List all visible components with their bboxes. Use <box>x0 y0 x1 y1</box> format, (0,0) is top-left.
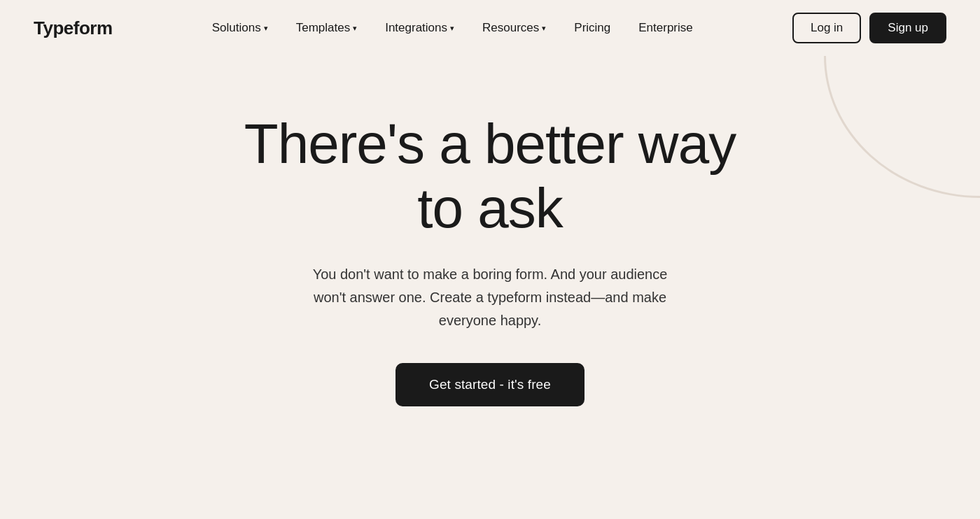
chevron-down-icon: ▾ <box>264 24 268 33</box>
nav-link-solutions-label: Solutions <box>212 21 261 35</box>
nav-links: Solutions ▾ Templates ▾ Integrations ▾ R… <box>201 15 704 41</box>
nav-link-enterprise[interactable]: Enterprise <box>627 15 704 41</box>
logo[interactable]: Typeform <box>34 17 113 39</box>
nav-link-enterprise-label: Enterprise <box>638 21 692 35</box>
chevron-down-icon: ▾ <box>450 24 454 33</box>
hero-section: There's a better way to ask You don't wa… <box>0 56 980 448</box>
chevron-down-icon: ▾ <box>353 24 357 33</box>
nav-link-resources-label: Resources <box>482 21 539 35</box>
nav-link-pricing-label: Pricing <box>574 21 610 35</box>
navbar: Typeform Solutions ▾ Templates ▾ Integra… <box>0 0 980 56</box>
nav-link-integrations[interactable]: Integrations ▾ <box>374 15 465 41</box>
login-button[interactable]: Log in <box>792 13 861 43</box>
nav-link-resources[interactable]: Resources ▾ <box>471 15 557 41</box>
nav-actions: Log in Sign up <box>792 13 946 43</box>
cta-button[interactable]: Get started - it's free <box>396 363 584 406</box>
nav-link-templates[interactable]: Templates ▾ <box>285 15 368 41</box>
nav-link-templates-label: Templates <box>296 21 350 35</box>
nav-link-solutions[interactable]: Solutions ▾ <box>201 15 279 41</box>
nav-link-integrations-label: Integrations <box>385 21 447 35</box>
hero-subtitle: You don't want to make a boring form. An… <box>308 263 672 332</box>
hero-title: There's a better way to ask <box>217 112 763 241</box>
chevron-down-icon: ▾ <box>542 24 546 33</box>
nav-link-pricing[interactable]: Pricing <box>563 15 622 41</box>
signup-button[interactable]: Sign up <box>869 13 946 43</box>
